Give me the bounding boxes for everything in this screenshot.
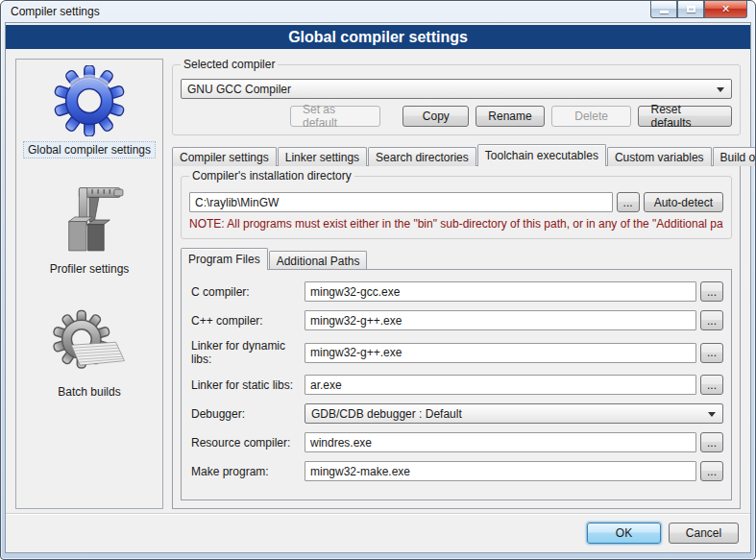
browse-directory-button[interactable]: ... bbox=[617, 192, 640, 212]
sidebar-item-batch-builds[interactable]: Batch builds bbox=[49, 305, 130, 400]
compiler-tabs: Compiler settings Linker settings Search… bbox=[172, 144, 741, 166]
tab-toolchain-executables[interactable]: Toolchain executables bbox=[477, 144, 606, 166]
copy-button[interactable]: Copy bbox=[402, 106, 469, 127]
debugger-select[interactable]: GDB/CDB debugger : Default bbox=[305, 403, 723, 424]
compiler-select-value: GNU GCC Compiler bbox=[187, 83, 291, 96]
installation-directory-input[interactable] bbox=[189, 192, 613, 212]
bin-subdirectory-note: NOTE: All programs must exist either in … bbox=[189, 217, 723, 231]
sidebar-item-label: Global compiler settings bbox=[24, 142, 155, 158]
dynamic-linker-label: Linker for dynamic libs: bbox=[191, 339, 305, 366]
maximize-icon bbox=[687, 6, 695, 12]
maximize-button[interactable] bbox=[677, 1, 704, 18]
make-program-label: Make program: bbox=[191, 465, 305, 478]
dialog-footer: OK Cancel bbox=[6, 513, 750, 552]
resource-compiler-input[interactable] bbox=[305, 432, 696, 452]
c-compiler-label: C compiler: bbox=[191, 285, 305, 299]
cpp-compiler-browse-button[interactable]: ... bbox=[700, 310, 723, 330]
field-row-c-compiler: C compiler: ... bbox=[191, 281, 723, 302]
dropdown-arrow-icon bbox=[717, 87, 724, 92]
field-row-resource-compiler: Resource compiler: ... bbox=[191, 432, 723, 452]
dialog-client-area: Global compiler settings bbox=[5, 22, 751, 553]
page-title: Global compiler settings bbox=[6, 25, 750, 49]
reset-defaults-button[interactable]: Reset defaults bbox=[638, 106, 732, 127]
window-title: Compiler settings bbox=[11, 5, 100, 18]
sidebar-item-label: Profiler settings bbox=[46, 261, 134, 277]
delete-button[interactable]: Delete bbox=[551, 106, 632, 127]
dropdown-arrow-icon bbox=[708, 412, 716, 417]
sidebar-item-label: Batch builds bbox=[54, 384, 124, 400]
blue-gear-icon bbox=[49, 63, 130, 138]
compiler-select[interactable]: GNU GCC Compiler bbox=[181, 79, 732, 99]
make-program-browse-button[interactable]: ... bbox=[700, 461, 723, 481]
field-row-dynamic-linker: Linker for dynamic libs: ... bbox=[191, 339, 723, 366]
field-row-debugger: Debugger: GDB/CDB debugger : Default bbox=[191, 403, 723, 424]
resource-compiler-label: Resource compiler: bbox=[191, 436, 305, 450]
batch-gear-stack-icon bbox=[49, 305, 130, 380]
installation-directory-group-label: Compiler's installation directory bbox=[189, 169, 354, 183]
field-row-make-program: Make program: ... bbox=[191, 461, 723, 481]
tab-compiler-settings[interactable]: Compiler settings bbox=[172, 147, 277, 166]
static-linker-label: Linker for static libs: bbox=[191, 378, 305, 392]
caliper-icon bbox=[49, 183, 130, 257]
set-as-default-button[interactable]: Set as default bbox=[290, 106, 380, 127]
tab-additional-paths[interactable]: Additional Paths bbox=[269, 251, 368, 270]
minimize-icon bbox=[660, 11, 669, 13]
field-row-static-linker: Linker for static libs: ... bbox=[191, 375, 723, 395]
tab-linker-settings[interactable]: Linker settings bbox=[278, 147, 367, 166]
tab-program-files[interactable]: Program Files bbox=[181, 248, 268, 270]
cancel-button[interactable]: Cancel bbox=[669, 523, 739, 544]
settings-category-list: Global compiler settings bbox=[15, 59, 163, 509]
sidebar-item-profiler-settings[interactable]: Profiler settings bbox=[46, 183, 134, 277]
static-linker-browse-button[interactable]: ... bbox=[700, 375, 723, 395]
sidebar-item-global-compiler-settings[interactable]: Global compiler settings bbox=[24, 63, 155, 158]
tab-search-directories[interactable]: Search directories bbox=[368, 147, 476, 166]
close-button[interactable]: ✕ bbox=[704, 1, 747, 18]
close-icon: ✕ bbox=[721, 3, 730, 15]
selected-compiler-group: Selected compiler GNU GCC Compiler Set a… bbox=[172, 64, 741, 135]
cpp-compiler-input[interactable] bbox=[305, 310, 696, 330]
installation-directory-group: Compiler's installation directory ... Au… bbox=[181, 176, 732, 239]
make-program-input[interactable] bbox=[305, 461, 696, 481]
window-controls: ✕ bbox=[650, 1, 747, 18]
static-linker-input[interactable] bbox=[305, 375, 696, 395]
compiler-settings-dialog: Compiler settings ✕ Global compiler sett… bbox=[0, 0, 756, 560]
tab-custom-variables[interactable]: Custom variables bbox=[607, 147, 712, 166]
minimize-button[interactable] bbox=[650, 1, 677, 18]
title-bar[interactable]: Compiler settings ✕ bbox=[1, 1, 755, 22]
resource-compiler-browse-button[interactable]: ... bbox=[700, 432, 723, 452]
dynamic-linker-browse-button[interactable]: ... bbox=[700, 343, 723, 363]
rename-button[interactable]: Rename bbox=[476, 106, 544, 127]
field-row-cpp-compiler: C++ compiler: ... bbox=[191, 310, 723, 330]
cpp-compiler-label: C++ compiler: bbox=[191, 314, 305, 328]
selected-compiler-group-label: Selected compiler bbox=[181, 58, 278, 71]
debugger-select-value: GDB/CDB debugger : Default bbox=[311, 407, 462, 421]
auto-detect-button[interactable]: Auto-detect bbox=[644, 192, 723, 212]
program-files-panel: C compiler: ... C++ compiler: ... Linker… bbox=[181, 269, 732, 500]
c-compiler-browse-button[interactable]: ... bbox=[700, 281, 723, 302]
c-compiler-input[interactable] bbox=[305, 281, 696, 302]
toolchain-executables-panel: Compiler's installation directory ... Au… bbox=[172, 165, 741, 509]
tab-build-options[interactable]: Build options bbox=[713, 147, 756, 166]
program-tabs: Program Files Additional Paths bbox=[181, 249, 732, 270]
debugger-label: Debugger: bbox=[191, 407, 305, 421]
ok-button[interactable]: OK bbox=[587, 523, 661, 544]
dynamic-linker-input[interactable] bbox=[305, 343, 696, 363]
